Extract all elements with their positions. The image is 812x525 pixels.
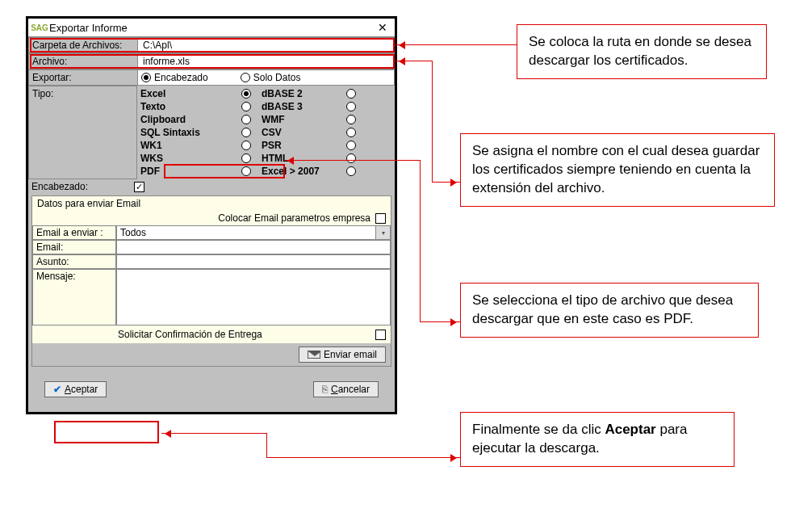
aceptar-button[interactable]: ✔ Aceptar	[44, 381, 107, 397]
arrow-c2	[396, 61, 432, 61]
aceptar-label: Aceptar	[65, 384, 98, 395]
line-c2-h	[432, 182, 460, 183]
cancelar-label: Cancelar	[331, 384, 370, 395]
tipo-opt-html: HTML	[258, 152, 339, 165]
radio-encabezado-label: Encabezado	[154, 72, 208, 83]
email-enviar-value: Todos	[120, 227, 146, 238]
arrow-c4-head	[161, 433, 266, 434]
callout-aceptar-bold: Aceptar	[605, 422, 655, 437]
exportar-label: Exportar:	[28, 69, 137, 86]
archivo-label: Archivo:	[28, 53, 137, 69]
chevron-down-icon[interactable]: ▾	[375, 226, 390, 239]
arrow-c4	[266, 457, 460, 458]
titlebar: SAG Exportar Informe ✕	[28, 19, 395, 37]
tipo-opt-excel2007: Excel > 2007	[258, 165, 339, 178]
radio-solo-datos-label: Solo Datos	[253, 72, 301, 83]
tipo-label: Tipo:	[28, 86, 137, 179]
tipo-radio-dbase3[interactable]	[346, 102, 356, 111]
tipo-radio-excel[interactable]	[241, 89, 251, 99]
cancelar-button[interactable]: ⎘ Cancelar	[313, 381, 379, 397]
tipo-opt-csv: CSV	[258, 126, 339, 139]
email-mensaje-textarea[interactable]	[116, 269, 391, 326]
tipo-radio-pdf[interactable]	[241, 166, 251, 176]
tipo-radio-clipboard[interactable]	[241, 115, 251, 124]
tipo-opt-excel: Excel	[137, 87, 234, 100]
carpeta-label: Carpeta de Archivos:	[28, 37, 137, 53]
tipo-radio-wmf[interactable]	[346, 115, 356, 124]
email-email-input[interactable]	[116, 240, 391, 254]
tipo-opt-wk1: WK1	[137, 139, 234, 152]
tipo-opt-texto: Texto	[137, 100, 234, 113]
radio-solo-datos[interactable]	[241, 73, 250, 82]
tipo-opt-dbase2: dBASE 2	[258, 87, 339, 100]
email-legend: Datos para enviar Email	[32, 196, 391, 211]
tipo-radio-excel2007[interactable]	[346, 166, 356, 176]
encabezado-checkbox[interactable]	[134, 182, 144, 192]
tipo-radio-html[interactable]	[346, 153, 356, 163]
exportar-options: Encabezado Solo Datos	[137, 69, 395, 86]
tipo-grid: Excel Texto Clipboard SQL Sintaxis WK1 W…	[137, 86, 395, 179]
enviar-email-label: Enviar email	[324, 349, 377, 360]
email-confirm-label: Solicitar Confirmación de Entrega	[118, 329, 262, 340]
archivo-input-cell	[137, 53, 395, 69]
email-confirm-checkbox[interactable]	[375, 330, 386, 340]
tipo-radio-texto[interactable]	[241, 102, 251, 111]
tipo-opt-dbase3: dBASE 3	[258, 100, 339, 113]
email-enviar-label: Email a enviar :	[32, 225, 116, 240]
email-group: Datos para enviar Email Colocar Email pa…	[31, 195, 391, 367]
tipo-radio-csv[interactable]	[346, 128, 356, 137]
tipo-opt-sql: SQL Sintaxis	[137, 126, 234, 139]
arrow-c3	[284, 160, 420, 161]
tipo-opt-clipboard: Clipboard	[137, 113, 234, 126]
export-dialog: SAG Exportar Informe ✕ Carpeta de Archiv…	[26, 16, 397, 414]
tipo-radio-wks[interactable]	[241, 153, 251, 163]
tipo-opt-psr: PSR	[258, 139, 339, 152]
callout-aceptar: Finalmente se da clic Aceptar para ejecu…	[460, 412, 735, 467]
email-asunto-label: Asunto:	[32, 254, 116, 269]
line-c3-v	[420, 160, 421, 321]
radio-encabezado[interactable]	[141, 73, 151, 82]
tipo-radio-psr[interactable]	[346, 141, 356, 150]
tipo-opt-wks: WKS	[137, 152, 234, 165]
callout-aceptar-pre: Finalmente se da clic	[472, 422, 605, 437]
door-icon: ⎘	[322, 384, 328, 395]
tipo-opt-wmf: WMF	[258, 113, 339, 126]
close-icon[interactable]: ✕	[375, 20, 390, 35]
email-param-checkbox[interactable]	[375, 213, 386, 224]
window-title: Exportar Informe	[49, 22, 375, 34]
email-asunto-input[interactable]	[116, 254, 391, 269]
email-email-label: Email:	[32, 240, 116, 254]
app-icon: SAG	[33, 21, 46, 34]
tipo-radio-wk1[interactable]	[241, 141, 251, 150]
enviar-email-button[interactable]: Enviar email	[299, 346, 386, 363]
carpeta-input-cell	[137, 37, 395, 53]
line-c4-v	[266, 433, 267, 457]
tipo-radio-dbase2[interactable]	[346, 89, 356, 99]
mail-icon	[308, 351, 320, 359]
carpeta-input[interactable]	[141, 39, 391, 52]
tipo-opt-pdf: PDF	[137, 165, 234, 178]
callout-nombre: Se asigna el nombre con el cual desea gu…	[460, 133, 775, 207]
email-mensaje-label: Mensaje:	[32, 269, 116, 326]
highlight-aceptar	[54, 421, 159, 443]
callout-tipo: Se selecciona el tipo de archivo que des…	[460, 283, 759, 338]
arrow-c1	[396, 44, 517, 45]
line-c2-v	[432, 61, 433, 182]
archivo-input[interactable]	[141, 55, 391, 68]
check-icon: ✔	[53, 384, 61, 395]
tipo-radio-sql[interactable]	[241, 128, 251, 137]
email-param-label: Colocar Email parametros empresa	[218, 212, 370, 224]
encabezado-label: Encabezado:	[31, 181, 134, 192]
email-enviar-select[interactable]: Todos ▾	[116, 225, 391, 240]
line-c3-h	[420, 321, 460, 322]
callout-ruta: Se coloca la ruta en donde se desea desc…	[517, 24, 767, 79]
